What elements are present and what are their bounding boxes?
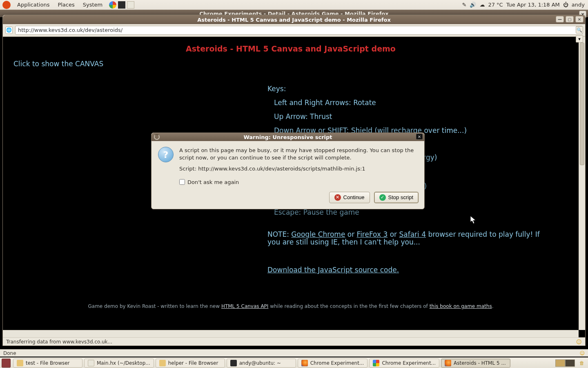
vertical-scrollbar[interactable] — [579, 37, 585, 330]
toolbar: 🌐 http://www.kevs3d.co.uk/dev/asteroids/… — [3, 24, 585, 36]
gnome-bottom-panel: test - File BrowserMain.hx (~/Desktop...… — [0, 357, 588, 368]
folder-icon — [17, 360, 23, 366]
window-titlebar[interactable]: Asteroids - HTML 5 Canvas and JavaScript… — [3, 15, 585, 24]
dialog-message: A script on this page may be busy, or it… — [179, 147, 418, 161]
status-smiley-icon[interactable]: ☺ — [576, 339, 582, 345]
distributor-logo-icon[interactable] — [2, 1, 11, 9]
launcher-chrome-icon[interactable] — [109, 1, 116, 9]
user-menu[interactable]: andy — [572, 2, 585, 8]
gnome-top-panel: Applications Places System ✎ 🔊 ☁ 27 °C T… — [0, 0, 588, 10]
stop-script-button[interactable]: ✓ Stop script — [374, 192, 419, 203]
dialog-title: Warning: Unresponsive script — [151, 134, 424, 140]
dialog-titlebar[interactable]: Warning: Unresponsive script ✕ — [151, 133, 424, 141]
taskbar-task[interactable]: andy@ubuntu: ~ — [227, 359, 296, 368]
footer-text: while reading about the concepts in the … — [268, 303, 429, 309]
scrollbar-thumb[interactable] — [580, 43, 584, 165]
status-bar: Transferring data from www.kevs3d.co.uk.… — [3, 337, 585, 346]
chrome-icon — [373, 360, 379, 366]
taskbar-task[interactable]: Asteroids - HTML 5 ... — [441, 359, 510, 368]
cancel-icon: ✕ — [334, 194, 341, 201]
dialog-script-path: Script: http://www.kevs3d.co.uk/dev/aste… — [179, 165, 418, 173]
browser-note: NOTE: Google Chrome or FireFox 3 or Safa… — [267, 231, 549, 246]
taskbar-task-label: Chrome Experiment... — [310, 360, 364, 366]
page-heading: Asteroids - HTML 5 Canvas and JavaScript… — [3, 37, 579, 53]
footer-text: . — [492, 303, 494, 309]
taskbar-task[interactable]: Chrome Experiment... — [298, 359, 368, 368]
page-footer: Game demo by Kevin Roast - written to le… — [3, 303, 579, 309]
keys-line: Left and Right Arrows: Rotate — [274, 96, 467, 110]
window-close-button[interactable]: ✕ — [575, 16, 584, 22]
taskbar-task-label: helper - File Browser — [168, 360, 218, 366]
ff-icon — [301, 360, 308, 366]
url-bar[interactable]: http://www.kevs3d.co.uk/dev/asteroids/ ☆ — [15, 26, 583, 35]
zoom-icon[interactable]: 🔍 — [576, 26, 583, 34]
volume-icon[interactable]: 🔊 — [470, 2, 476, 8]
update-indicator-icon[interactable]: ✎ — [462, 2, 466, 8]
note-or: or — [345, 230, 356, 238]
link-firefox[interactable]: FireFox 3 — [357, 230, 388, 238]
site-favicon-icon: 🌐 — [5, 27, 13, 34]
link-canvas-api[interactable]: HTML 5 Canvas API — [221, 303, 269, 309]
menu-system[interactable]: System — [79, 2, 107, 8]
background-status-smiley-icon[interactable]: ☺ — [579, 350, 585, 356]
link-chrome[interactable]: Google Chrome — [291, 230, 345, 238]
background-status-text: Done — [3, 350, 16, 356]
question-icon: ? — [158, 147, 174, 162]
taskbar-task[interactable]: Main.hx (~/Desktop... — [84, 359, 154, 368]
taskbar-task-label: Asteroids - HTML 5 ... — [454, 360, 506, 366]
keys-heading: Keys: — [267, 82, 467, 96]
dont-ask-again-label[interactable]: Don't ask me again — [187, 179, 239, 185]
svg-marker-0 — [470, 216, 476, 224]
launcher-editor-icon[interactable] — [127, 1, 134, 9]
note-or: or — [388, 230, 399, 238]
workspace-1[interactable] — [555, 359, 565, 367]
taskbar-task-label: Chrome Experiment... — [382, 360, 436, 366]
weather-temp: 27 °C — [488, 2, 503, 8]
window-maximize-button[interactable]: ▢ — [566, 16, 574, 22]
status-text: Transferring data from www.kevs3d.co.uk.… — [6, 339, 112, 345]
note-prefix: NOTE: — [267, 230, 291, 238]
continue-button[interactable]: ✕ Continue — [329, 192, 370, 203]
dont-ask-again-checkbox[interactable] — [179, 179, 185, 185]
taskbar-task-label: Main.hx (~/Desktop... — [97, 360, 150, 366]
dialog-close-button[interactable]: ✕ — [416, 134, 423, 139]
taskbar-task-label: test - File Browser — [26, 360, 70, 366]
menu-places[interactable]: Places — [53, 2, 78, 8]
dropdown-icon[interactable]: ▾ — [576, 35, 583, 43]
continue-button-label: Continue — [343, 194, 365, 200]
trash-icon[interactable]: 🗑 — [577, 359, 586, 368]
weather-icon[interactable]: ☁ — [479, 2, 485, 8]
keys-line: Up Arrow: Thrust — [274, 110, 467, 123]
footer-text: Game demo by Kevin Roast - written to le… — [88, 303, 221, 309]
url-text: http://www.kevs3d.co.uk/dev/asteroids/ — [18, 27, 122, 33]
check-icon: ✓ — [379, 194, 386, 201]
menu-applications[interactable]: Applications — [13, 2, 53, 8]
download-source-link[interactable]: Download the JavaScript source code. — [267, 266, 399, 274]
link-safari[interactable]: Safari 4 — [399, 230, 426, 238]
show-desktop-button[interactable] — [2, 359, 11, 368]
shutdown-icon[interactable]: ⏻ — [563, 2, 568, 8]
ff-icon — [445, 360, 451, 366]
clock[interactable]: Tue Apr 13, 1:18 AM — [506, 2, 560, 8]
workspace-switcher[interactable] — [555, 359, 575, 367]
stop-script-button-label: Stop script — [388, 194, 413, 200]
term-icon — [230, 360, 237, 366]
folder-icon — [159, 360, 166, 366]
window-title: Asteroids - HTML 5 Canvas and JavaScript… — [3, 17, 585, 23]
show-canvas-link[interactable]: Click to show the CANVAS — [13, 60, 103, 68]
side-tools: 🔍 ▾ — [576, 26, 584, 43]
taskbar-task-label: andy@ubuntu: ~ — [239, 360, 281, 366]
window-minimize-button[interactable]: — — [556, 16, 564, 22]
workspace-2[interactable] — [565, 359, 575, 367]
taskbar-task[interactable]: test - File Browser — [13, 359, 82, 368]
link-game-maths-book[interactable]: this book on game maths — [430, 303, 492, 309]
unresponsive-script-dialog: Warning: Unresponsive script ✕ ? A scrip… — [151, 132, 425, 209]
mouse-cursor-icon — [470, 216, 476, 224]
taskbar-task[interactable]: Chrome Experiment... — [369, 359, 439, 368]
horizontal-scrollbar[interactable] — [3, 330, 579, 337]
launcher-terminal-icon[interactable] — [118, 1, 125, 9]
taskbar-task[interactable]: helper - File Browser — [156, 359, 225, 368]
background-status-bar: Done ☺ — [0, 349, 588, 357]
spinner-icon — [154, 134, 160, 140]
edit-icon — [88, 360, 94, 366]
